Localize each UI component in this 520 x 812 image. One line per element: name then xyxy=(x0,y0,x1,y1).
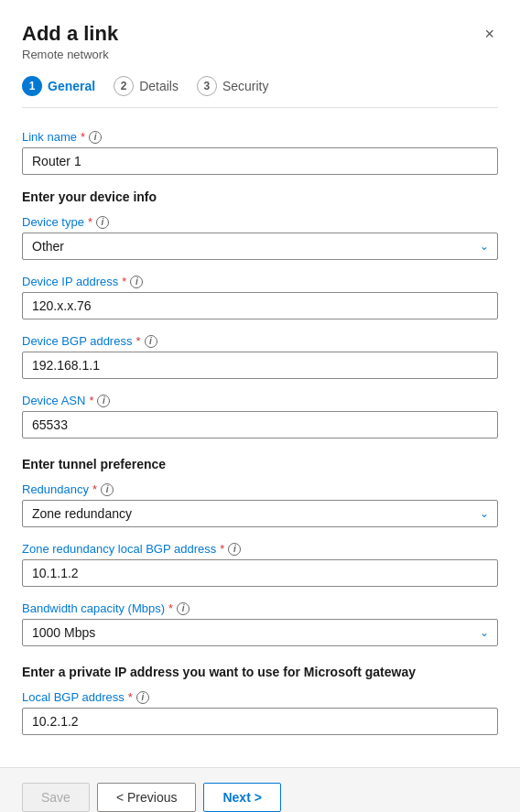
bandwidth-select-wrapper: 1000 Mbps 500 Mbps 2000 Mbps ⌄ xyxy=(22,619,498,646)
device-bgp-label: Device BGP address * i xyxy=(22,334,498,348)
link-name-input[interactable] xyxy=(22,147,498,175)
redundancy-group: Redundancy * i Zone redundancy No redund… xyxy=(22,482,498,527)
device-info-section: Enter your device info Device type * i O… xyxy=(22,189,498,438)
zone-bgp-group: Zone redundancy local BGP address * i xyxy=(22,542,498,587)
local-bgp-group: Local BGP address * i xyxy=(22,690,498,735)
redundancy-label: Redundancy * i xyxy=(22,482,498,496)
tunnel-preference-section: Enter tunnel preference Redundancy * i Z… xyxy=(22,457,498,646)
local-bgp-label: Local BGP address * i xyxy=(22,690,498,704)
steps-nav: 1 General 2 Details 3 Security xyxy=(22,76,498,108)
device-type-select-wrapper: Other Router Switch Firewall ⌄ xyxy=(22,233,498,260)
redundancy-select-wrapper: Zone redundancy No redundancy ⌄ xyxy=(22,500,498,527)
step-general-number: 1 xyxy=(22,76,42,96)
device-type-select[interactable]: Other Router Switch Firewall xyxy=(22,233,498,260)
device-asn-group: Device ASN * i xyxy=(22,394,498,438)
device-info-title: Enter your device info xyxy=(22,189,498,204)
local-bgp-info-icon[interactable]: i xyxy=(136,691,149,704)
device-ip-group: Device IP address * i xyxy=(22,275,498,319)
device-ip-info-icon[interactable]: i xyxy=(130,276,143,288)
next-button[interactable]: Next > xyxy=(203,783,280,812)
device-ip-input[interactable] xyxy=(22,292,498,319)
device-ip-label: Device IP address * i xyxy=(22,275,498,288)
link-name-info-icon[interactable]: i xyxy=(89,131,102,144)
step-security-number: 3 xyxy=(197,76,217,96)
device-bgp-input[interactable] xyxy=(22,352,498,379)
local-bgp-input[interactable] xyxy=(22,708,498,735)
device-asn-label: Device ASN * i xyxy=(22,394,498,407)
dialog-footer: Save < Previous Next > xyxy=(0,767,520,812)
step-general-label: General xyxy=(48,79,95,93)
zone-bgp-info-icon[interactable]: i xyxy=(228,543,241,556)
zone-bgp-input[interactable] xyxy=(22,559,498,587)
dialog-title: Add a link xyxy=(22,22,118,46)
step-details[interactable]: 2 Details xyxy=(114,76,179,96)
dialog-subtitle: Remote network xyxy=(22,48,118,61)
link-name-label: Link name * i xyxy=(22,130,498,144)
step-security[interactable]: 3 Security xyxy=(197,76,269,96)
step-security-label: Security xyxy=(222,79,269,93)
gateway-section: Enter a private IP address you want to u… xyxy=(22,665,498,735)
device-bgp-info-icon[interactable]: i xyxy=(145,335,157,348)
zone-bgp-label: Zone redundancy local BGP address * i xyxy=(22,542,498,556)
bandwidth-group: Bandwidth capacity (Mbps) * i 1000 Mbps … xyxy=(22,601,498,646)
device-type-info-icon[interactable]: i xyxy=(96,216,109,229)
step-general[interactable]: 1 General xyxy=(22,76,95,96)
gateway-title: Enter a private IP address you want to u… xyxy=(22,665,498,679)
device-bgp-group: Device BGP address * i xyxy=(22,334,498,379)
device-asn-input[interactable] xyxy=(22,411,498,438)
bandwidth-info-icon[interactable]: i xyxy=(177,602,190,615)
previous-button[interactable]: < Previous xyxy=(97,783,197,812)
link-name-group: Link name * i xyxy=(22,130,498,175)
dialog-header: Add a link Remote network × xyxy=(22,22,498,61)
device-type-group: Device type * i Other Router Switch Fire… xyxy=(22,215,498,260)
add-link-dialog: Add a link Remote network × 1 General 2 … xyxy=(0,0,520,812)
tunnel-preference-title: Enter tunnel preference xyxy=(22,457,498,471)
bandwidth-select[interactable]: 1000 Mbps 500 Mbps 2000 Mbps xyxy=(22,619,498,646)
bandwidth-label: Bandwidth capacity (Mbps) * i xyxy=(22,601,498,615)
redundancy-select[interactable]: Zone redundancy No redundancy xyxy=(22,500,498,527)
save-button[interactable]: Save xyxy=(22,783,90,812)
step-details-number: 2 xyxy=(114,76,134,96)
redundancy-info-icon[interactable]: i xyxy=(101,483,114,496)
device-type-label: Device type * i xyxy=(22,215,498,229)
device-asn-info-icon[interactable]: i xyxy=(97,395,110,407)
step-details-label: Details xyxy=(139,79,179,93)
close-button[interactable]: × xyxy=(481,22,498,46)
